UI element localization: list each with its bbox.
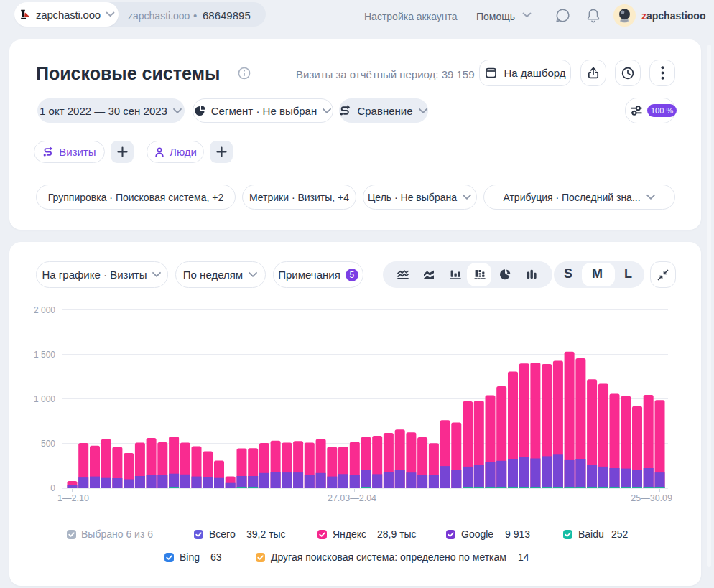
svg-text:25—30.09: 25—30.09 [631,493,672,503]
svg-text:1 500: 1 500 [34,350,55,360]
svg-text:27.03—2.04: 27.03—2.04 [328,493,376,503]
svg-text:0: 0 [50,483,55,493]
svg-text:1 000: 1 000 [34,394,55,404]
svg-text:2 000: 2 000 [34,305,55,315]
svg-text:1—2.10: 1—2.10 [57,493,89,503]
svg-text:500: 500 [41,439,55,449]
